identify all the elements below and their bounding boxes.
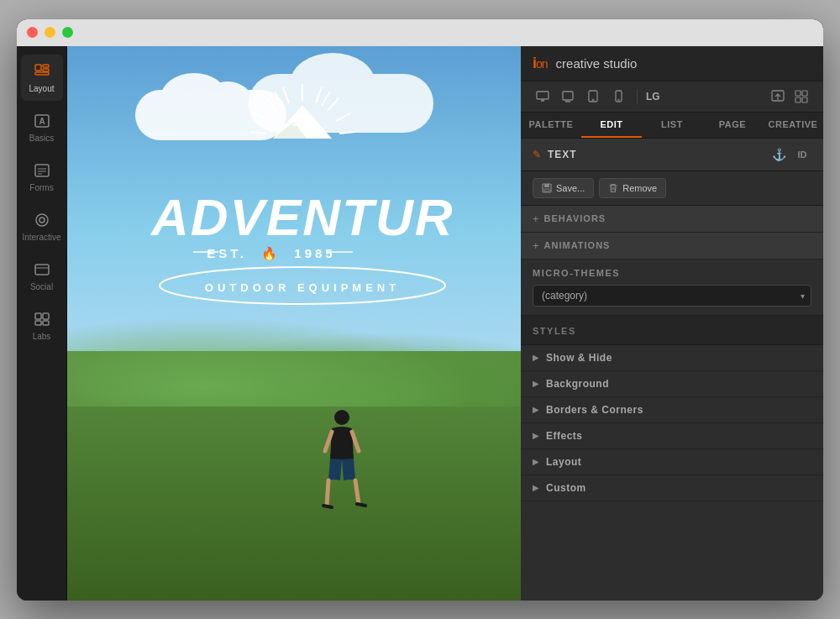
trash-icon [608, 183, 618, 193]
layout-icon [32, 61, 52, 81]
social-icon [32, 260, 52, 280]
borders-corners-arrow-icon: ▶ [533, 405, 539, 414]
app-window: Layout A Basics [17, 19, 823, 601]
svg-line-25 [255, 113, 269, 121]
background-label: Background [546, 378, 609, 390]
tab-creative[interactable]: CREATIVE [763, 113, 823, 138]
toolbar-icon-upload[interactable] [768, 87, 788, 107]
behaviors-label: BEHAVIORS [544, 213, 606, 223]
svg-point-11 [39, 218, 45, 223]
svg-rect-52 [795, 91, 801, 96]
labs-icon [32, 309, 52, 329]
sidebar-item-social-label: Social [30, 282, 53, 292]
save-icon [542, 183, 552, 193]
svg-rect-46 [589, 91, 597, 102]
left-sidebar: Layout A Basics [17, 46, 67, 601]
micro-themes-select[interactable]: (category) Default Theme 1 Theme 2 [533, 285, 811, 307]
svg-rect-1 [43, 65, 49, 67]
adventure-text: ADVENTUR [150, 188, 454, 246]
toolbar-icon-desktop[interactable] [558, 87, 578, 107]
sidebar-item-interactive[interactable]: Interactive [21, 203, 63, 249]
sidebar-item-forms[interactable]: Forms [21, 154, 63, 200]
svg-line-20 [328, 98, 339, 111]
toolbar-row: LG [521, 81, 823, 113]
sidebar-item-layout[interactable]: Layout [21, 55, 63, 101]
tab-palette[interactable]: PALETTE [521, 113, 581, 138]
svg-rect-55 [802, 97, 807, 102]
effects-label: Effects [546, 430, 583, 442]
styles-section-header: STYLES [521, 316, 823, 345]
svg-line-26 [249, 132, 265, 134]
tab-page[interactable]: PAGE [702, 113, 763, 138]
tab-list[interactable]: LIST [642, 113, 702, 138]
svg-rect-12 [35, 265, 49, 275]
right-panel: ion creative studio [521, 46, 823, 601]
toolbar-icon-grid[interactable] [791, 87, 811, 107]
svg-rect-44 [563, 92, 573, 100]
borders-corners-header[interactable]: ▶ Borders & Corners [521, 397, 823, 423]
effects-header[interactable]: ▶ Effects [521, 423, 823, 449]
svg-rect-0 [35, 65, 41, 71]
svg-text:🔥: 🔥 [261, 246, 277, 261]
anchor-button[interactable]: ⚓ [769, 145, 788, 164]
sidebar-item-labs-label: Labs [33, 332, 51, 342]
show-hide-label: Show & Hide [546, 352, 612, 364]
text-actions: ⚓ ID [769, 145, 811, 164]
canvas-area: ADVENTUR EST. 🔥 1985 OUTDOOR EQUIPMENT [67, 46, 521, 601]
toolbar-icon-tablet[interactable] [583, 87, 603, 107]
svg-line-19 [316, 87, 322, 103]
svg-rect-53 [802, 91, 807, 96]
sidebar-item-interactive-label: Interactive [22, 233, 60, 243]
svg-text:A: A [39, 117, 45, 126]
svg-rect-48 [616, 91, 622, 102]
forms-icon [32, 160, 52, 181]
id-button[interactable]: ID [793, 145, 811, 164]
tab-row: PALETTE EDIT LIST PAGE CREATIVE [521, 113, 823, 139]
svg-point-40 [334, 410, 349, 425]
custom-label: Custom [546, 482, 586, 494]
basics-icon: A [32, 111, 52, 131]
effects-arrow-icon: ▶ [533, 431, 539, 440]
toolbar-separator [637, 89, 638, 104]
tab-edit[interactable]: EDIT [581, 113, 642, 138]
sidebar-item-basics[interactable]: A Basics [21, 104, 63, 150]
show-hide-header[interactable]: ▶ Show & Hide [521, 345, 823, 371]
minimize-button[interactable] [45, 27, 55, 38]
layout-header[interactable]: ▶ Layout [521, 449, 823, 475]
maximize-button[interactable] [62, 27, 73, 38]
pencil-icon: ✎ [533, 149, 541, 160]
borders-corners-label: Borders & Corners [546, 404, 643, 416]
svg-text:1985: 1985 [294, 246, 335, 260]
sidebar-item-forms-label: Forms [29, 183, 53, 193]
toolbar-icon-phone[interactable] [608, 87, 628, 107]
background-header[interactable]: ▶ Background [521, 371, 823, 397]
svg-point-10 [36, 214, 48, 226]
adventure-logo: ADVENTUR EST. 🔥 1985 OUTDOOR EQUIPMENT [126, 71, 479, 357]
remove-button[interactable]: Remove [599, 178, 666, 198]
svg-line-22 [339, 132, 355, 134]
panel-header: ion creative studio [521, 46, 823, 81]
svg-rect-16 [35, 321, 41, 325]
micro-themes-section: MICRO-THEMES (category) Default Theme 1 … [521, 260, 823, 316]
toolbar-icon-monitor[interactable] [533, 87, 553, 107]
close-button[interactable] [27, 27, 38, 38]
styles-label: STYLES [533, 326, 576, 336]
panel-content[interactable]: + BEHAVIORS + ANIMATIONS MICRO-THEMES (c… [521, 206, 823, 601]
animations-label: ANIMATIONS [544, 240, 611, 250]
layout-label: Layout [546, 456, 581, 468]
behaviors-header[interactable]: + BEHAVIORS [521, 206, 823, 233]
sidebar-item-basics-label: Basics [29, 134, 54, 144]
animations-header[interactable]: + ANIMATIONS [521, 233, 823, 260]
svg-rect-3 [35, 72, 49, 75]
sidebar-item-labs[interactable]: Labs [21, 302, 63, 349]
save-label: Save... [556, 183, 585, 193]
custom-header[interactable]: ▶ Custom [521, 475, 823, 501]
canvas-scene: ADVENTUR EST. 🔥 1985 OUTDOOR EQUIPMENT [67, 46, 521, 601]
text-label: TEXT [548, 149, 577, 160]
sidebar-item-social[interactable]: Social [21, 253, 63, 299]
save-button[interactable]: Save... [533, 178, 594, 198]
svg-rect-41 [537, 92, 549, 99]
layout-arrow-icon: ▶ [533, 457, 539, 466]
custom-arrow-icon: ▶ [533, 483, 539, 492]
svg-line-28 [275, 92, 283, 106]
